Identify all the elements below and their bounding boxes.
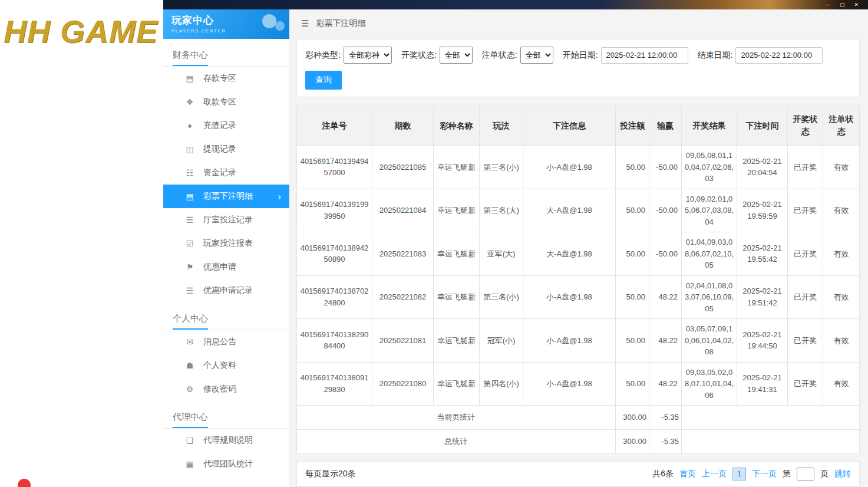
lottery-type-select[interactable]: 全部彩种 bbox=[344, 47, 392, 64]
cell: 有效 bbox=[823, 275, 860, 319]
cell: 亚军(大) bbox=[480, 232, 523, 276]
table-header-row: 注单号期数彩种名称玩法下注信息投注额输赢开奖结果下注时间开奖状态注单状态 bbox=[297, 106, 860, 146]
sidebar-item-promo-apply-records[interactable]: ☰优惠申请记录 bbox=[163, 279, 289, 302]
first-page-link[interactable]: 首页 bbox=[679, 469, 696, 479]
sidebar-item-withdraw-zone[interactable]: ❖取款专区 bbox=[163, 90, 289, 114]
cell: 48.22 bbox=[649, 319, 682, 363]
section-title: 代理中心 bbox=[163, 407, 289, 429]
sidebar-item-label: 优惠申请 bbox=[203, 262, 236, 272]
billiards-icon bbox=[254, 13, 285, 35]
table-row: 40156917401391993995020250221084幸运飞艇新第三名… bbox=[297, 189, 860, 232]
section-title: 个人中心 bbox=[163, 308, 289, 330]
cell: 第三名(小) bbox=[480, 275, 523, 319]
summary-row-grand-total: 总统计 300.00 -5.35 bbox=[297, 429, 860, 453]
cell: 有效 bbox=[823, 319, 860, 363]
bet-status-select[interactable]: 全部 bbox=[520, 47, 553, 64]
current-page[interactable]: 1 bbox=[732, 468, 746, 481]
pager: 共6条 首页 上一页 1 下一页 第 页 跳转 bbox=[652, 468, 851, 481]
cell: 2025-02-21 20:04:54 bbox=[737, 146, 788, 189]
filter-panel: 彩种类型: 全部彩种 开奖状态: 全部 注单状态: bbox=[296, 39, 860, 97]
sidebar-item-profile[interactable]: ☗个人资料 bbox=[163, 354, 289, 377]
prev-page-link[interactable]: 上一页 bbox=[702, 469, 727, 479]
cell: 401569174013829084400 bbox=[297, 319, 372, 363]
sidebar-item-label: 优惠申请记录 bbox=[203, 285, 253, 296]
sidebar-item-lottery-bet-details[interactable]: ▤彩票下注明细› bbox=[163, 185, 289, 208]
withdraw-icon: ❖ bbox=[184, 97, 195, 107]
sidebar-item-messages[interactable]: ✉消息公告 bbox=[163, 330, 289, 354]
recharge-record-icon: ♦ bbox=[184, 121, 195, 130]
table-row: 40156917401389425089020250221083幸运飞艇新亚军(… bbox=[297, 232, 860, 276]
floating-badge[interactable] bbox=[18, 479, 31, 487]
jump-prefix-label: 第 bbox=[783, 469, 791, 479]
cell: 50.00 bbox=[616, 275, 649, 319]
cell: 已开奖 bbox=[788, 146, 823, 189]
sidebar-item-funds-records[interactable]: ☷资金记录 bbox=[163, 161, 289, 185]
sidebar-header: 玩家中心 PLAYERS CENTER bbox=[163, 9, 289, 39]
page-title: 彩票下注明细 bbox=[316, 18, 365, 29]
page-size-text: 每页显示20条 bbox=[305, 469, 356, 479]
summary-empty bbox=[682, 406, 860, 430]
column-header: 投注额 bbox=[616, 106, 649, 146]
jump-button[interactable]: 跳转 bbox=[834, 469, 851, 479]
cell: 有效 bbox=[823, 146, 860, 189]
cell: -50.00 bbox=[649, 189, 682, 232]
site-logo-text: HH GAME bbox=[4, 13, 158, 50]
cell: 小-A盘@1.98 bbox=[523, 146, 616, 189]
cell: 401569174013919939950 bbox=[297, 189, 372, 232]
bets-table: 注单号期数彩种名称玩法下注信息投注额输赢开奖结果下注时间开奖状态注单状态 401… bbox=[296, 106, 860, 453]
table-body: 40156917401394945700020250221085幸运飞艇新第三名… bbox=[297, 146, 860, 406]
cell: 大-A盘@1.98 bbox=[523, 232, 616, 276]
column-header: 注单状态 bbox=[823, 106, 860, 146]
cell: 已开奖 bbox=[788, 232, 823, 276]
page-jump-input[interactable] bbox=[797, 468, 814, 481]
cell: 有效 bbox=[823, 232, 860, 276]
summary-win-loss: -5.35 bbox=[649, 406, 682, 430]
password-icon: ⚙ bbox=[184, 384, 195, 394]
menu-toggle-icon[interactable]: ☰ bbox=[301, 18, 309, 29]
cell: 已开奖 bbox=[788, 362, 823, 406]
cell: 09,05,08,01,10,04,07,02,06,03 bbox=[682, 146, 737, 189]
search-button[interactable]: 查询 bbox=[305, 71, 342, 90]
sidebar-item-player-bet-report[interactable]: ☑玩家投注报表 bbox=[163, 232, 289, 255]
filter-row: 彩种类型: 全部彩种 开奖状态: 全部 注单状态: bbox=[305, 47, 851, 64]
cell: 已开奖 bbox=[788, 319, 823, 363]
sidebar-item-recharge-records[interactable]: ♦充值记录 bbox=[163, 114, 289, 137]
column-header: 注单号 bbox=[297, 106, 372, 146]
cell: 10,09,02,01,05,06,07,03,08,04 bbox=[682, 189, 737, 232]
table-summary: 当前页统计 300.00 -5.35 总统计 300.00 -5.35 bbox=[297, 406, 860, 453]
cell: 幸运飞艇新 bbox=[434, 232, 480, 276]
draw-status-select[interactable]: 全部 bbox=[440, 47, 473, 64]
cell: 冠军(小) bbox=[480, 319, 523, 363]
cell: 幸运飞艇新 bbox=[434, 362, 480, 406]
sidebar-item-withdrawal-records[interactable]: ◫提现记录 bbox=[163, 137, 289, 161]
sidebar-item-hall-bet-records[interactable]: ☰厅室投注记录 bbox=[163, 208, 289, 232]
close-button[interactable]: ✕ bbox=[854, 0, 859, 9]
withdraw-record-icon: ◫ bbox=[184, 144, 195, 154]
cell: 401569174013949457000 bbox=[297, 146, 372, 189]
column-header: 下注信息 bbox=[523, 106, 616, 146]
summary-win-loss: -5.35 bbox=[649, 429, 682, 453]
sidebar: 玩家中心 PLAYERS CENTER 财务中心▤存款专区❖取款专区♦充值记录◫… bbox=[163, 9, 289, 487]
hall-bet-icon: ☰ bbox=[184, 215, 195, 225]
cell: 有效 bbox=[823, 189, 860, 232]
cell: 2025-02-21 19:41:31 bbox=[737, 362, 788, 406]
cell: 401569174013894250890 bbox=[297, 232, 372, 276]
cell: 20250221083 bbox=[372, 232, 434, 276]
start-date-input[interactable] bbox=[601, 47, 688, 64]
sidebar-item-deposit-zone[interactable]: ▤存款专区 bbox=[163, 67, 289, 90]
maximize-button[interactable]: ▢ bbox=[840, 0, 845, 9]
sidebar-item-agent-rules[interactable]: ❏代理规则说明 bbox=[163, 429, 289, 452]
end-date-input[interactable] bbox=[735, 47, 823, 64]
sidebar-item-label: 个人资料 bbox=[203, 360, 236, 371]
sidebar-item-label: 彩票下注明细 bbox=[203, 191, 253, 202]
minimize-button[interactable]: — bbox=[825, 0, 830, 9]
sidebar-item-label: 代理团队统计 bbox=[203, 459, 253, 469]
sidebar-item-agent-team-stats[interactable]: ▦代理团队统计 bbox=[163, 452, 289, 476]
sidebar-item-change-password[interactable]: ⚙修改密码 bbox=[163, 377, 289, 401]
sidebar-item-promo-apply[interactable]: ⚑优惠申请 bbox=[163, 255, 289, 279]
cell: 401569174013870224800 bbox=[297, 275, 372, 319]
next-page-link[interactable]: 下一页 bbox=[752, 469, 777, 479]
deposit-icon: ▤ bbox=[184, 74, 195, 83]
cell: 50.00 bbox=[616, 319, 649, 363]
summary-bet-total: 300.00 bbox=[616, 429, 649, 453]
